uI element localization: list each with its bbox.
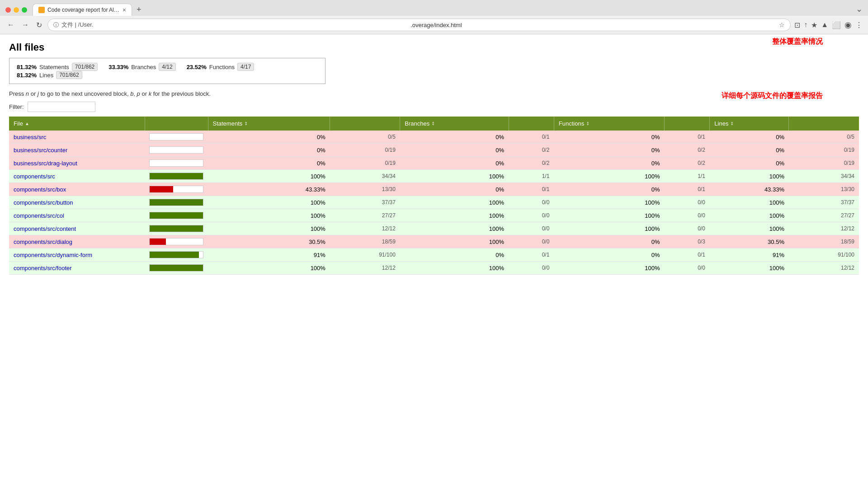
stmt-frac-cell: 0/19	[330, 144, 400, 157]
branch-frac-cell: 0/1	[509, 131, 554, 144]
func-frac-cell: 0/2	[665, 144, 710, 157]
back-button[interactable]: ←	[5, 20, 16, 30]
stmt-frac-cell: 0/5	[330, 131, 400, 144]
line-pct-cell: 0%	[710, 131, 789, 144]
stmt-frac-cell: 13/30	[330, 183, 400, 196]
browser-minimize-icon[interactable]: ⌄	[856, 4, 863, 14]
file-link[interactable]: components/src/col	[14, 212, 64, 219]
file-cell[interactable]: components/src/dynamic-form	[9, 248, 145, 262]
table-row: components/src 100% 34/34 100% 1/1 100% …	[9, 170, 859, 183]
upload-icon[interactable]: ↑	[804, 21, 807, 29]
file-cell[interactable]: components/src/dialog	[9, 235, 145, 248]
file-link[interactable]: components/src/footer	[14, 265, 72, 271]
func-pct-cell: 100%	[554, 170, 664, 183]
file-cell[interactable]: components/src/content	[9, 222, 145, 235]
table-row: components/src/button 100% 37/37 100% 0/…	[9, 196, 859, 209]
func-pct-cell: 0%	[554, 183, 664, 196]
func-frac-cell: 1/1	[665, 170, 710, 183]
branch-pct-cell: 100%	[400, 196, 509, 209]
account-icon[interactable]: ◉	[844, 20, 852, 30]
func-pct-cell: 100%	[554, 196, 664, 209]
file-cell[interactable]: components/src/button	[9, 196, 145, 209]
summary-functions: 23.52% Functions 4/17	[187, 63, 255, 71]
new-tab-button[interactable]: +	[134, 4, 144, 15]
file-cell[interactable]: business/src/counter	[9, 144, 145, 157]
stmt-frac-cell: 18/59	[330, 235, 400, 248]
branch-frac-cell: 0/0	[509, 222, 554, 235]
table-row: components/src/dynamic-form 91% 91/100 0…	[9, 248, 859, 262]
branch-frac-cell: 0/0	[509, 209, 554, 222]
filter-input[interactable]	[28, 102, 95, 112]
line-frac-cell: 0/19	[789, 144, 859, 157]
file-link[interactable]: business/src	[14, 134, 46, 140]
file-link[interactable]: components/src/dynamic-form	[14, 252, 92, 258]
branch-frac-cell: 0/0	[509, 262, 554, 275]
bar-cell	[145, 170, 208, 183]
tab-close-icon[interactable]: ×	[123, 7, 126, 13]
stmt-pct-cell: 30.5%	[208, 235, 330, 248]
th-statements[interactable]: Statements ⇕	[208, 117, 330, 131]
forward-button[interactable]: →	[20, 20, 31, 30]
table-row: business/src 0% 0/5 0% 0/1 0% 0/1 0% 0/5	[9, 131, 859, 144]
coverage-table: File ▲ Statements ⇕ Branch	[9, 117, 859, 275]
file-cell[interactable]: business/src/drag-layout	[9, 157, 145, 170]
profile-icon[interactable]: ▲	[821, 21, 828, 29]
func-frac-cell: 0/0	[665, 262, 710, 275]
file-link[interactable]: business/src/counter	[14, 147, 67, 154]
stmt-pct-cell: 0%	[208, 131, 330, 144]
func-frac-cell: 0/1	[665, 248, 710, 262]
window-close-button[interactable]	[5, 7, 11, 13]
window-minimize-button[interactable]	[14, 7, 19, 13]
file-link[interactable]: components/src	[14, 173, 55, 180]
th-branches[interactable]: Branches ⇕	[400, 117, 509, 131]
line-pct-cell: 100%	[710, 209, 789, 222]
refresh-button[interactable]: ↻	[34, 20, 44, 30]
th-stmt-label: Statements	[213, 120, 243, 127]
file-cell[interactable]: components/src	[9, 170, 145, 183]
th-lines[interactable]: Lines ⇕	[710, 117, 789, 131]
file-cell[interactable]: components/src/footer	[9, 262, 145, 275]
func-pct-cell: 0%	[554, 157, 664, 170]
func-pct-cell: 0%	[554, 248, 664, 262]
line-frac-cell: 12/12	[789, 262, 859, 275]
branch-frac-cell: 1/1	[509, 170, 554, 183]
file-cell[interactable]: components/src/col	[9, 209, 145, 222]
file-link[interactable]: components/src/dialog	[14, 238, 72, 245]
file-link[interactable]: components/src/button	[14, 199, 73, 206]
func-frac-cell: 0/1	[665, 183, 710, 196]
branch-pct-cell: 0%	[400, 144, 509, 157]
active-tab[interactable]: Code coverage report for All fi... ×	[33, 4, 132, 16]
branch-frac-cell: 0/2	[509, 144, 554, 157]
line-frac-cell: 0/19	[789, 157, 859, 170]
th-file[interactable]: File ▲	[9, 117, 145, 131]
th-branch-label: Branches	[405, 120, 429, 127]
th-func-label: Functions	[559, 120, 584, 127]
th-file-label: File	[14, 120, 23, 127]
th-functions[interactable]: Functions ⇕	[554, 117, 664, 131]
line-frac-cell: 27/27	[789, 209, 859, 222]
window-maximize-button[interactable]	[22, 7, 27, 13]
stmt-frac-cell: 37/37	[330, 196, 400, 209]
more-options-icon[interactable]: ⋮	[855, 21, 863, 29]
table-row: components/src/content 100% 12/12 100% 0…	[9, 222, 859, 235]
file-cell[interactable]: business/src	[9, 131, 145, 144]
summary-branches: 33.33% Branches 4/12	[108, 63, 175, 71]
stmt-pct-cell: 100%	[208, 196, 330, 209]
table-row: components/src/footer 100% 12/12 100% 0/…	[9, 262, 859, 275]
file-link[interactable]: business/src/drag-layout	[14, 160, 77, 167]
line-pct-cell: 0%	[710, 157, 789, 170]
th-line-sort: ⇕	[730, 121, 734, 126]
table-row: business/src/drag-layout 0% 0/19 0% 0/2 …	[9, 157, 859, 170]
window-icon[interactable]: ⬜	[832, 21, 841, 29]
file-link[interactable]: components/src/content	[14, 225, 76, 232]
th-stmt-sort: ⇕	[244, 121, 248, 126]
func-frac-cell: 0/2	[665, 157, 710, 170]
file-cell[interactable]: components/src/box	[9, 183, 145, 196]
summary-func-pct: 23.52%	[187, 64, 207, 70]
bookmark-icon[interactable]: ★	[811, 21, 817, 29]
file-link[interactable]: components/src/box	[14, 186, 66, 193]
page-title: All files	[9, 42, 859, 53]
address-star-icon[interactable]: ☆	[779, 21, 785, 28]
branch-pct-cell: 100%	[400, 209, 509, 222]
th-stmt-frac	[330, 117, 400, 131]
